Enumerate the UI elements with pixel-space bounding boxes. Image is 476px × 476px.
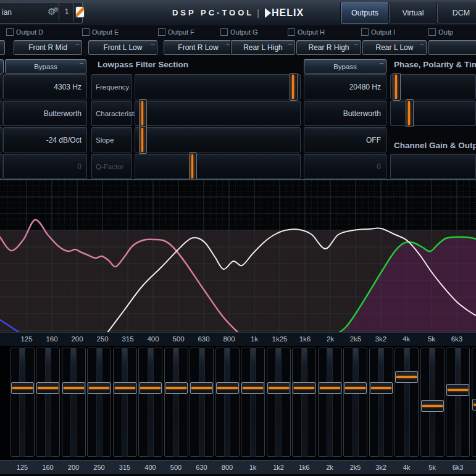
preset-name: ian (2, 8, 12, 17)
filter-slider-handle[interactable] (139, 126, 147, 154)
eq-slider-handle[interactable] (293, 382, 315, 394)
phase-polarity-title: Phase, Polarity & Tim (394, 60, 476, 69)
eq-slider-handle[interactable] (421, 400, 444, 412)
channel-button[interactable]: ‒ (428, 40, 476, 55)
filter-value-field[interactable]: Butterworth (304, 101, 386, 126)
phase-slider-track[interactable] (390, 74, 476, 99)
eq-slider-handle[interactable] (370, 382, 393, 394)
output-checkbox[interactable] (82, 28, 90, 36)
filter-row-label: Characteristic (91, 101, 132, 126)
axis-tick-label: 400 (147, 333, 159, 346)
eq-slider-handle[interactable] (446, 384, 469, 396)
eq-slider-track[interactable] (275, 348, 282, 457)
dsp-pc-tool-window: ian ⚙⚙ 1 DSP PC-TOOL | HELIX OutputsVirt… (0, 0, 476, 476)
filter-section: Bypass‒4303 HzButterworth-24 dB/Oct0Lowp… (0, 56, 476, 180)
filter-slider-track[interactable] (135, 74, 301, 99)
gain-box[interactable] (390, 154, 476, 179)
eq-slider-handle[interactable] (344, 382, 367, 394)
eq-slider-handle[interactable] (472, 399, 476, 411)
eq-slider-handle[interactable] (267, 382, 290, 394)
phase-slider-handle[interactable] (393, 73, 401, 101)
channel-button[interactable]: Front L Low‒ (88, 40, 157, 55)
eq-slider-handle[interactable] (395, 371, 418, 383)
eq-slider-track[interactable] (404, 348, 410, 457)
minimize-dash-icon: ‒ (75, 40, 79, 47)
output-checkbox[interactable] (158, 28, 165, 36)
eq-slider-track[interactable] (250, 348, 256, 457)
frequency-response-graph (0, 180, 476, 332)
eq-slider-track[interactable] (327, 348, 333, 457)
eq-slider-handle[interactable] (62, 382, 85, 394)
channel-button[interactable]: Rear L High‒ (231, 40, 295, 55)
eq-slider-track[interactable] (378, 348, 384, 457)
axis-tick-label: 500 (172, 333, 184, 346)
filter-box-partial (0, 101, 2, 126)
minimize-dash-icon: ‒ (380, 59, 383, 66)
eq-slider-track[interactable] (301, 348, 307, 457)
minimize-dash-icon: ‒ (420, 40, 424, 47)
filter-value-field[interactable]: 0 (3, 154, 87, 179)
nav-button-virtual[interactable]: Virtual (389, 2, 437, 23)
eq-slider-track[interactable] (96, 348, 102, 457)
channel-button[interactable]: Rear R High‒ (296, 40, 361, 55)
filter-slider-track[interactable] (135, 127, 301, 152)
eq-slider-track[interactable] (19, 348, 25, 457)
nav-button-dcm[interactable]: DCM (437, 2, 476, 23)
filter-slider-track[interactable] (135, 154, 301, 179)
filter-value-field[interactable]: OFF (304, 127, 386, 152)
eq-slider-handle[interactable] (114, 382, 136, 394)
output-checkbox[interactable] (428, 28, 436, 36)
phase-slider-track[interactable] (390, 101, 476, 126)
output-checkbox[interactable] (288, 28, 295, 36)
bypass-button-partial[interactable] (0, 59, 4, 73)
eq-slider-track[interactable] (353, 348, 359, 457)
eq-slider-handle[interactable] (216, 382, 239, 394)
output-checkbox[interactable] (6, 28, 14, 36)
phase-slider-handle[interactable] (406, 99, 414, 127)
eq-frequency-label: 250 (93, 461, 104, 474)
channel-button-label: Front L Low (104, 43, 143, 52)
axis-tick-label: 1k (251, 333, 258, 346)
eq-slider-track[interactable] (122, 348, 128, 457)
filter-value-field[interactable]: 20480 Hz (304, 74, 386, 99)
channel-button[interactable]: Front R Low‒ (164, 40, 233, 55)
logo-text-dsp-pc-tool: DSP PC-TOOL (172, 8, 254, 17)
eq-slider-handle[interactable] (319, 382, 341, 394)
filter-value-field[interactable]: Butterworth (3, 101, 87, 126)
settings-gears-icon[interactable]: ⚙⚙ (48, 6, 56, 17)
filter-slider-handle[interactable] (139, 99, 147, 127)
graph-frequency-axis: 1251602002503154005006308001k1k251k62k2k… (0, 332, 476, 346)
eq-slider-track[interactable] (45, 348, 51, 457)
edit-note-icon[interactable] (76, 7, 84, 17)
eq-slider-handle[interactable] (36, 382, 59, 394)
eq-slider-track[interactable] (148, 348, 154, 457)
bypass-button-highpass[interactable]: Bypass‒ (5, 59, 86, 73)
eq-slider-handle[interactable] (11, 382, 34, 394)
eq-slider-track[interactable] (199, 348, 205, 457)
eq-slider-handle[interactable] (241, 382, 264, 394)
nav-button-outputs[interactable]: Outputs (341, 2, 389, 23)
eq-slider-handle[interactable] (190, 382, 213, 394)
channel-button[interactable]: Rear L Low‒ (362, 40, 427, 55)
filter-value-field[interactable]: -24 dB/Oct (3, 127, 87, 152)
eq-slider-track[interactable] (455, 348, 461, 457)
bypass-button-lowpass[interactable]: Bypass‒ (304, 59, 386, 73)
filter-value-field[interactable]: 0 (304, 154, 386, 179)
channel-button-partial[interactable] (0, 40, 5, 55)
eq-slider-handle[interactable] (88, 382, 111, 394)
filter-slider-handle[interactable] (290, 73, 298, 101)
filter-slider-track[interactable] (135, 101, 301, 126)
preset-slot-number[interactable]: 1 (60, 2, 73, 22)
eq-slider-track[interactable] (70, 348, 77, 457)
channel-button[interactable]: Front R Mid‒ (14, 40, 82, 55)
eq-slider-handle[interactable] (165, 382, 188, 394)
eq-slider-handle[interactable] (139, 382, 162, 394)
eq-slider-track[interactable] (224, 348, 230, 457)
output-checkbox[interactable] (361, 28, 369, 36)
filter-value-field[interactable]: 4303 Hz (3, 74, 87, 99)
eq-slider-track[interactable] (173, 348, 179, 457)
output-checkbox[interactable] (220, 28, 228, 36)
filter-slider-handle[interactable] (189, 152, 197, 180)
axis-tick-label: 2k (327, 333, 334, 346)
output-label: Outp (438, 28, 453, 36)
